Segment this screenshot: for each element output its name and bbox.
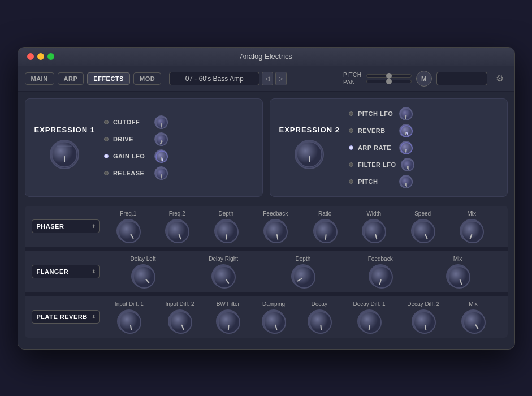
reverb-knob[interactable]: [399, 124, 413, 137]
svg-point-36: [413, 221, 435, 243]
phaser-depth-knob[interactable]: [214, 219, 238, 243]
flanger-delay-left-group: Delay Left: [130, 256, 155, 288]
pr-decay-diff1-knob[interactable]: [357, 309, 381, 333]
cutoff-dot[interactable]: [104, 120, 109, 124]
expr2-pitch-knob[interactable]: [399, 175, 413, 188]
expr1-knob[interactable]: [50, 140, 79, 169]
settings-button[interactable]: ⚙: [492, 71, 508, 87]
svg-point-42: [214, 266, 235, 288]
flanger-select[interactable]: FLANGER PHASER CHORUS: [32, 265, 100, 278]
reverb-dot[interactable]: [349, 128, 353, 133]
svg-line-33: [326, 234, 326, 239]
expr2-knob-graphic: [296, 140, 323, 169]
pitch-lfo-dot[interactable]: [349, 111, 353, 116]
release-knob[interactable]: [154, 166, 168, 180]
phaser-width-label: Width: [366, 210, 381, 217]
expr2-title: EXPRESSION 2: [279, 126, 340, 134]
flanger-delay-right-group: Delay Right: [209, 256, 238, 288]
pr-decay-diff1-label: Decay Diff. 1: [353, 301, 385, 307]
gain-lfo-dot[interactable]: [104, 154, 109, 158]
phaser-speed-knob[interactable]: [411, 219, 435, 243]
cutoff-knob[interactable]: [154, 115, 168, 129]
phaser-knobs: Freq.1 Freq.2 Depth: [100, 210, 501, 243]
tab-effects[interactable]: EFFECTS: [87, 72, 130, 85]
pr-bw-filter-label: BW Filter: [217, 301, 240, 307]
plate-reverb-select[interactable]: PLATE REVERB HALL REVERB ROOM REVERB: [32, 310, 100, 324]
pr-decay-diff2-group: Decay Diff. 2: [407, 301, 439, 333]
preset-next-button[interactable]: ▷: [275, 72, 287, 85]
flanger-delay-left-knob[interactable]: [131, 264, 155, 288]
phaser-mix-label: Mix: [467, 210, 476, 217]
flanger-delay-right-label: Delay Right: [209, 256, 238, 262]
phaser-ratio-group: Ratio: [313, 210, 337, 243]
minimize-button[interactable]: [37, 53, 44, 60]
flanger-depth-group: Depth: [291, 256, 315, 288]
phaser-width-knob[interactable]: [362, 219, 386, 243]
pr-damping-knob[interactable]: [262, 309, 286, 333]
svg-point-26: [167, 221, 189, 243]
pitch-pan-labels: PITCH PAN: [343, 72, 362, 85]
drive-dot[interactable]: [104, 137, 109, 141]
phaser-select[interactable]: PHASER CHORUS TREMOLO: [32, 219, 100, 233]
phaser-ratio-knob[interactable]: [313, 219, 337, 243]
pr-input-diff1-group: Input Diff. 1: [115, 301, 144, 333]
pr-input-diff2-knob[interactable]: [168, 309, 192, 333]
expr2-pitch-dot[interactable]: [349, 179, 353, 184]
phaser-freq2-group: Freq.2: [165, 210, 189, 243]
mono-button[interactable]: M: [416, 71, 432, 87]
drive-knob[interactable]: [154, 132, 168, 146]
flanger-select-wrapper: FLANGER PHASER CHORUS: [32, 265, 100, 278]
phaser-speed-group: Speed: [411, 210, 435, 243]
svg-point-12: [297, 142, 322, 167]
phaser-feedback-knob[interactable]: [263, 219, 287, 243]
phaser-mix-knob[interactable]: [460, 219, 483, 243]
phaser-width-group: Width: [362, 210, 386, 243]
close-button[interactable]: [27, 53, 34, 60]
svg-point-8: [156, 151, 167, 162]
main-content: EXPRESSION 1: [18, 92, 514, 349]
preset-prev-button[interactable]: ◁: [262, 72, 273, 85]
pr-decay-label: Decay: [312, 301, 327, 307]
pr-decay-group: Decay: [308, 301, 331, 333]
tab-main[interactable]: MAIN: [25, 72, 54, 85]
phaser-freq1-knob[interactable]: [116, 219, 140, 243]
pr-decay-knob[interactable]: [308, 309, 331, 333]
filter-lfo-knob[interactable]: [401, 158, 414, 171]
phaser-freq2-knob[interactable]: [165, 219, 189, 243]
expr2-knob[interactable]: [295, 140, 324, 169]
pr-input-diff1-knob[interactable]: [117, 309, 141, 333]
pr-bw-filter-knob[interactable]: [216, 309, 240, 333]
flanger-delay-right-knob[interactable]: [211, 264, 235, 288]
arp-rate-label: ARP RATE: [358, 144, 395, 151]
gain-lfo-knob[interactable]: [154, 149, 168, 163]
toolbar: MAIN ARP EFFECTS MOD 07 - 60's Bass Amp …: [18, 66, 514, 92]
tab-arp[interactable]: ARP: [58, 72, 84, 85]
filter-lfo-dot[interactable]: [349, 162, 353, 167]
svg-line-61: [369, 325, 370, 329]
expr2-params: PITCH LFO REVERB ARP RAT: [349, 107, 414, 188]
expr2-param-filter-lfo: FILTER LFO: [349, 158, 414, 171]
pr-decay-diff2-knob[interactable]: [412, 309, 435, 333]
pr-mix-knob[interactable]: [461, 309, 485, 333]
phaser-depth-label: Depth: [218, 210, 233, 217]
pitch-lfo-knob[interactable]: [399, 107, 413, 120]
plate-reverb-select-wrapper: PLATE REVERB HALL REVERB ROOM REVERB: [32, 310, 100, 324]
pitch-slider[interactable]: [366, 74, 412, 78]
maximize-button[interactable]: [47, 53, 54, 60]
flanger-depth-knob[interactable]: [291, 264, 315, 288]
arp-rate-dot[interactable]: [349, 145, 353, 150]
svg-line-59: [321, 325, 321, 329]
flanger-mix-knob[interactable]: [446, 264, 470, 288]
expr1-params: CUTOFF DRIVE GAIN LFO: [104, 115, 168, 180]
pan-slider[interactable]: [366, 80, 412, 83]
expr2-param-pitch-lfo: PITCH LFO: [349, 107, 414, 120]
svg-point-46: [371, 266, 392, 288]
svg-point-58: [310, 312, 331, 333]
svg-line-15: [405, 115, 406, 118]
flanger-feedback-knob[interactable]: [369, 264, 392, 288]
flanger-mix-label: Mix: [453, 256, 462, 262]
tab-mod[interactable]: MOD: [133, 72, 161, 85]
arp-rate-knob[interactable]: [399, 141, 413, 154]
window-title: Analog Electrics: [240, 52, 292, 61]
release-dot[interactable]: [104, 171, 109, 175]
